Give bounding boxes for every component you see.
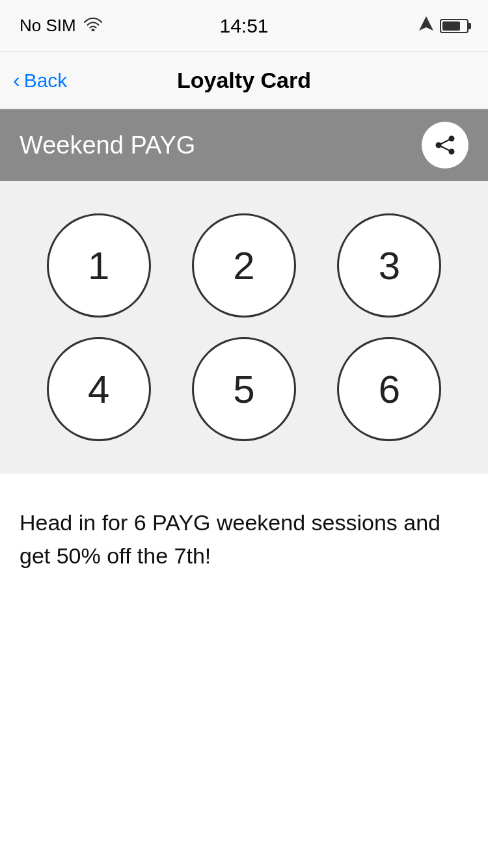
back-chevron-icon: ‹ bbox=[13, 68, 20, 92]
stamp-row-2: 4 5 6 bbox=[26, 337, 462, 441]
svg-point-0 bbox=[449, 136, 455, 142]
status-bar: No SIM 14:51 bbox=[0, 0, 488, 52]
svg-line-3 bbox=[441, 140, 449, 144]
stamp-area: 1 2 3 4 5 6 bbox=[0, 181, 488, 474]
header-banner: Weekend PAYG bbox=[0, 109, 488, 181]
stamp-6: 6 bbox=[337, 337, 441, 441]
description-area: Head in for 6 PAYG weekend sessions and … bbox=[0, 474, 488, 599]
nav-bar: ‹ Back Loyalty Card bbox=[0, 52, 488, 109]
back-button[interactable]: ‹ Back bbox=[13, 68, 67, 92]
stamp-row-1: 1 2 3 bbox=[26, 213, 462, 318]
stamp-1: 1 bbox=[47, 213, 151, 318]
banner-title: Weekend PAYG bbox=[20, 131, 195, 159]
battery-icon bbox=[440, 19, 468, 33]
svg-point-1 bbox=[436, 142, 442, 148]
stamp-4: 4 bbox=[47, 337, 151, 441]
share-button[interactable] bbox=[422, 122, 468, 169]
status-time: 14:51 bbox=[219, 15, 268, 37]
back-label: Back bbox=[24, 70, 68, 92]
description-text: Head in for 6 PAYG weekend sessions and … bbox=[20, 506, 468, 573]
share-icon bbox=[433, 133, 457, 157]
svg-line-4 bbox=[441, 146, 449, 150]
carrier-text: No SIM bbox=[20, 16, 76, 36]
location-icon bbox=[419, 16, 433, 36]
wifi-icon bbox=[84, 16, 102, 36]
status-carrier: No SIM bbox=[20, 16, 102, 36]
status-right-icons bbox=[419, 16, 468, 36]
svg-point-2 bbox=[449, 149, 455, 155]
stamp-2: 2 bbox=[192, 213, 296, 318]
stamp-5: 5 bbox=[192, 337, 296, 441]
stamp-3: 3 bbox=[337, 213, 441, 318]
battery-fill bbox=[442, 21, 460, 31]
nav-title: Loyalty Card bbox=[177, 68, 311, 93]
